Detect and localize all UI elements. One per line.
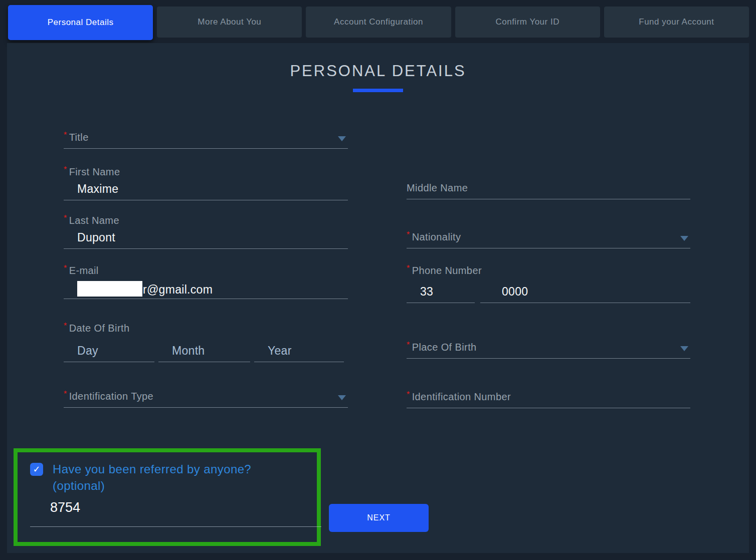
phone-label: *Phone Number [407, 264, 690, 276]
email-value: r@gmail.com [64, 281, 348, 297]
tab-more-about-you[interactable]: More About You [157, 7, 302, 38]
page-title: PERSONAL DETAILS [7, 62, 749, 80]
place-of-birth-label: *Place Of Birth [407, 341, 477, 353]
dob-month-placeholder: Month [172, 344, 205, 358]
tab-personal-details[interactable]: Personal Details [8, 5, 153, 40]
tab-account-configuration[interactable]: Account Configuration [306, 7, 451, 38]
referral-question-line2: (optional) [53, 477, 303, 494]
middle-name-label: Middle Name [407, 182, 468, 194]
phone-country-code-field[interactable]: 33 [407, 280, 475, 303]
next-button[interactable]: NEXT [329, 504, 429, 532]
phone-country-code-value: 33 [420, 285, 433, 299]
required-marker: * [64, 214, 67, 222]
title-select[interactable]: *Title [64, 126, 348, 149]
dob-label: *Date Of Birth [64, 322, 351, 334]
required-marker: * [407, 230, 410, 239]
required-marker: * [64, 165, 67, 174]
email-label: *E-mail [64, 264, 348, 276]
required-marker: * [64, 264, 67, 272]
referral-code-value: 8754 [50, 500, 80, 515]
required-marker: * [64, 390, 67, 398]
title-label: *Title [64, 131, 89, 143]
id-type-label: *Identification Type [64, 390, 153, 402]
chevron-down-icon [338, 136, 346, 141]
first-name-field[interactable]: *First Name Maxime [64, 164, 348, 200]
last-name-label: *Last Name [64, 214, 348, 226]
phone-number-value: 0000 [494, 285, 528, 299]
id-type-select[interactable]: *Identification Type [64, 385, 348, 408]
tab-fund-your-account[interactable]: Fund your Account [604, 7, 749, 38]
referral-question: Have you been referred by anyone? (optio… [53, 461, 303, 494]
dob-month-field[interactable]: Month [158, 339, 250, 362]
dob-day-field[interactable]: Day [64, 339, 154, 362]
chevron-down-icon [680, 236, 688, 241]
referral-question-line1: Have you been referred by anyone? [53, 461, 303, 477]
required-marker: * [64, 131, 67, 139]
nationality-select[interactable]: *Nationality [407, 225, 690, 248]
dob-year-field[interactable]: Year [254, 339, 344, 362]
required-marker: * [64, 322, 67, 330]
email-redaction-block [77, 281, 142, 297]
phone-group: *Phone Number 33 0000 [407, 264, 690, 303]
referral-code-input[interactable]: 8754 [30, 500, 321, 527]
first-name-value: Maxime [64, 182, 348, 196]
checkmark-icon: ✓ [33, 464, 40, 474]
wizard-tabs: Personal Details More About You Account … [8, 5, 749, 40]
chevron-down-icon [338, 395, 346, 400]
dob-year-placeholder: Year [268, 344, 292, 358]
personal-details-panel: PERSONAL DETAILS *Title *First Name Maxi… [7, 43, 749, 553]
phone-number-field[interactable]: 0000 [480, 280, 690, 303]
chevron-down-icon [680, 346, 688, 351]
place-of-birth-select[interactable]: *Place Of Birth [407, 336, 690, 359]
middle-name-field[interactable]: Middle Name [407, 176, 690, 199]
referral-checkbox[interactable]: ✓ [30, 463, 43, 476]
required-marker: * [407, 264, 410, 272]
id-number-label: *Identification Number [407, 390, 511, 403]
required-marker: * [407, 341, 410, 349]
title-underline [353, 89, 403, 92]
email-field[interactable]: *E-mail r@gmail.com [64, 263, 348, 299]
required-marker: * [407, 390, 410, 399]
tab-confirm-your-id[interactable]: Confirm Your ID [455, 7, 600, 38]
last-name-value: Dupont [64, 231, 348, 244]
dob-day-placeholder: Day [77, 344, 98, 358]
last-name-field[interactable]: *Last Name Dupont [64, 213, 348, 249]
id-number-field[interactable]: *Identification Number [407, 385, 690, 408]
dob-group: *Date Of Birth Day Month Year [64, 322, 351, 362]
nationality-label: *Nationality [407, 230, 461, 243]
first-name-label: *First Name [64, 165, 348, 178]
